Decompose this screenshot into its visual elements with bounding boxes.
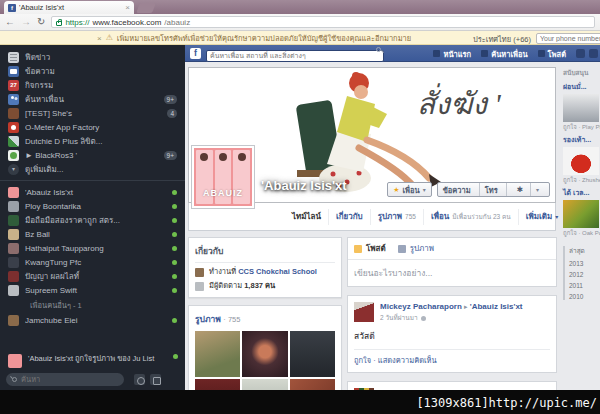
country-code-label[interactable]: ประเทศไทย (+66): [473, 33, 531, 45]
composer-tab-photo[interactable]: รูปภาพ: [398, 242, 434, 255]
photo-thumb[interactable]: [242, 331, 287, 377]
count-badge: 4: [167, 109, 177, 118]
followers-text: มีผู้ติดตาม 1,837 คน: [209, 281, 275, 291]
post-actions[interactable]: ถูกใจ · แสดงความคิดเห็น: [354, 349, 550, 366]
post-target[interactable]: 'Abauiz Isis'xt: [470, 302, 523, 311]
ad-image[interactable]: [563, 94, 599, 122]
facebook-logo[interactable]: f: [190, 48, 201, 59]
chat-contact[interactable]: มือถือมือสองราคาถูก สตร...: [0, 213, 185, 227]
online-dot: [172, 274, 177, 279]
photo-thumb[interactable]: [290, 379, 335, 390]
sidebar-item-page[interactable]: Dutchie D Plus ลิขิต...: [0, 134, 185, 148]
friends-button[interactable]: ★ เพื่อน ▾: [387, 182, 431, 197]
sidebar-item-newsfeed[interactable]: ฟีดข่าว: [0, 50, 185, 64]
tab-timeline[interactable]: ไทม์ไลน์: [285, 209, 328, 225]
ad-image[interactable]: [563, 147, 599, 175]
chat-contact[interactable]: Hathaiput Taupparong: [0, 241, 185, 255]
message-button[interactable]: ข้อความ: [438, 183, 476, 196]
tab-photos[interactable]: รูปภาพ 755: [370, 209, 423, 225]
photos-link[interactable]: รูปภาพ: [195, 314, 221, 324]
left-sidebar: ฟีดข่าว ข้อความ 27 กิจกรรม ค้นหาเพื่อน 9…: [0, 45, 185, 390]
facebook-header: f หน้าแรก ค้นหาเพื่อน โพสต์: [185, 45, 600, 62]
ad-image[interactable]: [563, 200, 599, 228]
nav-find-friends[interactable]: ค้นหาเพื่อน: [481, 48, 527, 60]
ticker-story[interactable]: 'Abauiz Isis'xt ถูกใจรูปภาพ ของ Ju List: [8, 354, 178, 368]
browser-toolbar: ← → ↻ https:// www.facebook.com /abauiz: [0, 14, 600, 31]
photo-thumb[interactable]: [290, 331, 335, 377]
sidebar-item-page[interactable]: O-Meter App Factory: [0, 120, 185, 134]
nav-home[interactable]: หน้าแรก: [433, 48, 471, 60]
photo-thumb[interactable]: [242, 379, 287, 390]
ad-title[interactable]: รองเท้า...: [563, 134, 600, 145]
year-link[interactable]: 2011: [569, 282, 600, 289]
chat-contact[interactable]: Supreem Swift: [0, 283, 185, 297]
tab-more[interactable]: เพิ่มเติม ▾: [518, 209, 566, 225]
composer-input[interactable]: เขียนอะไรบางอย่าง...: [348, 260, 556, 286]
year-link[interactable]: 2013: [569, 260, 600, 267]
facebook-favicon-icon: f: [8, 4, 16, 12]
photo-thumb[interactable]: [195, 379, 240, 390]
refresh-button[interactable]: ↻: [37, 17, 45, 27]
chat-contact[interactable]: Ploy Boontarika: [0, 199, 185, 213]
notification-message: เพิ่มหมายเลขโทรศัพท์เพื่อช่วยให้คุณรักษา…: [117, 32, 411, 44]
sidebar-item-find-friends[interactable]: ค้นหาเพื่อน 9+: [0, 92, 185, 106]
photo-thumb[interactable]: [195, 331, 240, 377]
friend-requests-icon[interactable]: [576, 49, 585, 58]
chat-contact[interactable]: 'Abauiz Isis'xt: [0, 185, 185, 199]
ad-title[interactable]: ผ่อนมั่...: [563, 81, 600, 92]
sidebar-see-more[interactable]: ▾ ดูเพิ่มเติม...: [0, 162, 185, 176]
settings-menu-button[interactable]: ✱ ▾: [506, 183, 549, 196]
post-composer: โพสต์ รูปภาพ เขียนอะไรบางอย่าง...: [347, 237, 557, 287]
messages-icon[interactable]: [589, 49, 598, 58]
sidebar-item-events[interactable]: 27 กิจกรรม: [0, 78, 185, 92]
tab-close-icon[interactable]: ×: [125, 3, 130, 12]
chevron-down-icon: ▾: [8, 164, 19, 175]
facebook-search[interactable]: [206, 44, 384, 62]
back-button[interactable]: ←: [5, 17, 15, 27]
find-friends-icon: [8, 94, 19, 105]
new-message-icon[interactable]: [150, 374, 161, 385]
sidebar-item-page[interactable]: [TEST] She's 4: [0, 106, 185, 120]
ssl-lock-icon: [56, 21, 62, 26]
avatar: [8, 215, 19, 226]
sidebar-divider: [0, 180, 185, 181]
chat-search[interactable]: [6, 373, 124, 386]
browser-tab[interactable]: f 'Abauiz Isis'xt ×: [4, 1, 134, 14]
sidebar-item-page[interactable]: ► BlackRos3 ' 9+: [0, 148, 185, 162]
other-friends-label: เพื่อนคนอื่นๆ - 1: [0, 297, 185, 313]
nav-post[interactable]: โพสต์: [538, 48, 566, 60]
dismiss-notification-icon[interactable]: ×: [97, 34, 102, 43]
chat-contact[interactable]: KwangTung Pfc: [0, 255, 185, 269]
tab-friends[interactable]: เพื่อน มีเพื่อนร่วมกัน 23 คน: [423, 209, 518, 225]
avatar: [8, 243, 19, 254]
page-icon: [8, 122, 19, 133]
chat-contact[interactable]: Bz Ball: [0, 227, 185, 241]
work-link[interactable]: CCS Chokchai School: [238, 267, 317, 276]
profile-picture[interactable]: ABAUIZ: [191, 145, 255, 209]
post-author[interactable]: Mickeyz Pacharaporn: [380, 302, 462, 311]
chat-contact[interactable]: Jamchube Eiei: [0, 313, 185, 327]
call-button[interactable]: โทร: [479, 183, 503, 196]
phone-number-input[interactable]: [536, 33, 600, 44]
search-input[interactable]: [206, 50, 384, 62]
chat-settings-icon[interactable]: [134, 374, 145, 385]
composer-tab-post[interactable]: โพสต์: [354, 242, 386, 255]
chat-contact[interactable]: ปัญญา ผลผไลทั์: [0, 269, 185, 283]
year-link[interactable]: ล่าสุด: [569, 246, 600, 256]
ad-title[interactable]: ได้ เวล...: [563, 187, 600, 198]
new-tab-button[interactable]: [136, 3, 156, 13]
ad-social: ถูกใจ · Oak Po: [563, 230, 600, 237]
year-link[interactable]: 2010: [569, 293, 600, 300]
chat-search-input[interactable]: [21, 375, 101, 384]
year-link[interactable]: 2012: [569, 271, 600, 278]
sidebar-item-messages[interactable]: ข้อความ: [0, 64, 185, 78]
about-title: เกี่ยวกับ: [195, 244, 335, 258]
online-dot: [172, 288, 177, 293]
tab-about[interactable]: เกี่ยวกับ: [328, 209, 370, 225]
bottom-bar: [1309x861]http://upic.me/: [0, 390, 600, 414]
post-text: สวัสดี: [354, 329, 550, 343]
address-bar[interactable]: https:// www.facebook.com /abauiz: [51, 16, 595, 28]
forward-button[interactable]: →: [21, 17, 31, 27]
online-dot: [172, 190, 177, 195]
post-author-avatar[interactable]: [354, 302, 374, 322]
